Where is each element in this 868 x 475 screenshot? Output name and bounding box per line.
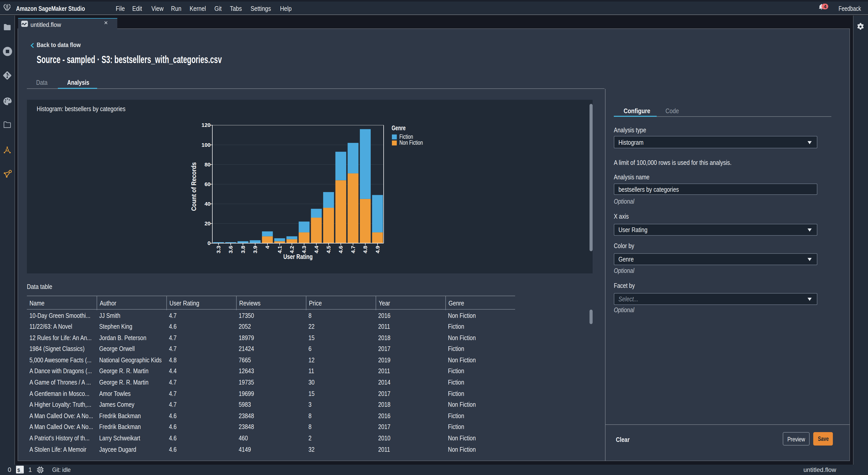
svg-text:20: 20 [205, 220, 211, 226]
svg-text:Genre: Genre [392, 124, 406, 131]
svg-text:80: 80 [205, 161, 211, 167]
svg-text:Count of Records: Count of Records [190, 162, 197, 211]
svg-text:4.9: 4.9 [375, 245, 380, 253]
svg-text:4.8: 4.8 [362, 245, 368, 253]
svg-text:4.6: 4.6 [338, 245, 344, 253]
svg-text:100: 100 [202, 142, 211, 148]
svg-text:60: 60 [205, 181, 211, 187]
svg-text:4.7: 4.7 [350, 245, 356, 253]
svg-text:4.4: 4.4 [313, 245, 319, 253]
svg-text:3.8: 3.8 [240, 245, 246, 253]
svg-text:40: 40 [205, 201, 211, 207]
svg-text:4.1: 4.1 [277, 245, 283, 253]
svg-text:3.3: 3.3 [215, 245, 221, 253]
svg-text:3.9: 3.9 [252, 245, 258, 253]
svg-text:4.5: 4.5 [326, 245, 332, 253]
svg-text:4.2: 4.2 [289, 245, 295, 253]
svg-text:120: 120 [202, 122, 211, 128]
svg-text:Fiction: Fiction [399, 133, 413, 140]
svg-text:4: 4 [264, 245, 270, 248]
svg-text:Non Fiction: Non Fiction [399, 139, 423, 146]
svg-text:3.6: 3.6 [227, 245, 234, 253]
svg-text:0: 0 [208, 240, 211, 246]
svg-text:4.3: 4.3 [301, 245, 307, 253]
svg-text:User Rating: User Rating [283, 253, 313, 260]
